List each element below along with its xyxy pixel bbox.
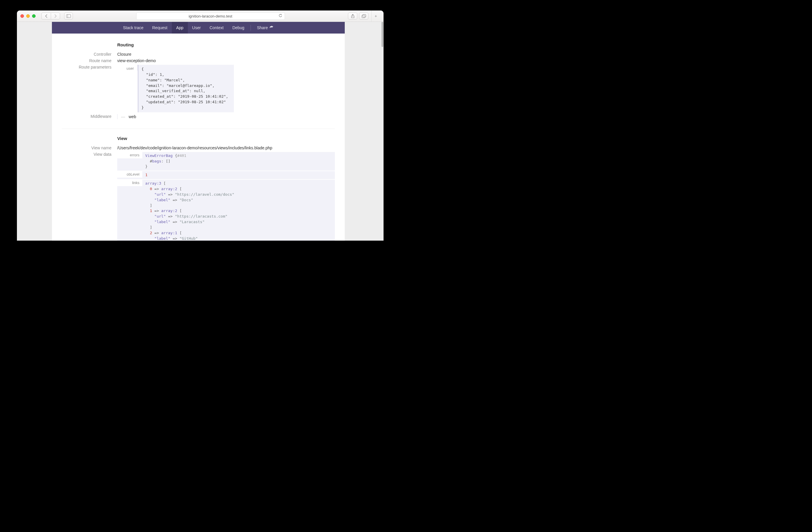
row-route-name: Route name view-exception-demo <box>62 58 335 63</box>
vd-value-links: array:3 [ 0 => array:2 [ "url" => "https… <box>142 180 335 241</box>
reload-icon[interactable] <box>278 14 282 18</box>
section-routing: Routing Controller Closure Route name vi… <box>62 42 335 127</box>
back-button[interactable] <box>41 13 51 19</box>
viewport: Stack trace Request App User Context Deb… <box>17 22 383 241</box>
label-view-name: View name <box>62 146 117 150</box>
vd-label-errors: errors <box>117 152 142 158</box>
value-route-name: view-exception-demo <box>117 58 335 63</box>
middleware-dash: — <box>118 114 129 119</box>
routing-title: Routing <box>117 42 335 47</box>
row-route-parameters: Route parameters user { "id": 1, "name":… <box>62 65 335 112</box>
tab-user[interactable]: User <box>188 22 205 33</box>
vd-value-errors: ViewErrorBag {#401 #bags: [] } <box>142 152 335 171</box>
forward-button[interactable] <box>51 13 60 19</box>
window-controls <box>20 14 35 18</box>
tab-app[interactable]: App <box>172 22 188 33</box>
share-icon <box>270 25 274 30</box>
viewdata-links: links array:3 [ 0 => array:2 [ "url" => … <box>117 180 335 241</box>
scrollbar-thumb[interactable] <box>381 22 383 47</box>
scrollbar[interactable] <box>381 22 383 241</box>
new-tab-button[interactable]: + <box>371 11 380 21</box>
viewdata-errors: errors ViewErrorBag {#401 #bags: [] } <box>117 152 335 171</box>
address-bar-text: ignition-laracon-demo.test <box>189 14 232 18</box>
nav-buttons <box>41 13 60 19</box>
tab-share[interactable]: Share <box>252 22 278 33</box>
viewdata-oblevel: obLevel 1 <box>117 171 335 179</box>
tabs-overview-button[interactable] <box>359 13 368 19</box>
share-toolbar-button[interactable] <box>348 13 357 19</box>
label-route-name: Route name <box>62 58 117 63</box>
titlebar: ignition-laracon-demo.test + <box>17 11 383 22</box>
content: Routing Controller Closure Route name vi… <box>52 33 345 241</box>
vd-value-oblevel: 1 <box>142 171 335 179</box>
address-bar[interactable]: ignition-laracon-demo.test <box>136 12 285 20</box>
row-controller: Controller Closure <box>62 52 335 57</box>
row-middleware: Middleware — web <box>62 114 335 119</box>
svg-rect-0 <box>67 15 71 18</box>
row-view-name: View name /Users/freek/dev/code/ignition… <box>62 146 335 150</box>
close-window-button[interactable] <box>20 14 24 18</box>
sublabel-user: user <box>117 65 138 71</box>
vd-label-links: links <box>117 180 142 186</box>
value-controller: Closure <box>117 52 335 57</box>
svg-rect-2 <box>362 15 365 18</box>
label-view-data: View data <box>62 152 117 157</box>
tab-divider <box>250 25 251 31</box>
tab-context[interactable]: Context <box>205 22 228 33</box>
label-controller: Controller <box>62 52 117 57</box>
section-view: View View name /Users/freek/dev/code/ign… <box>62 129 335 241</box>
minimize-window-button[interactable] <box>26 14 30 18</box>
tab-debug[interactable]: Debug <box>228 22 249 33</box>
value-view-name: /Users/freek/dev/code/ignition-laracon-d… <box>117 146 335 150</box>
maximize-window-button[interactable] <box>32 14 35 18</box>
label-route-parameters: Route parameters <box>62 65 117 69</box>
svg-rect-3 <box>363 14 366 17</box>
page: Stack trace Request App User Context Deb… <box>52 22 345 241</box>
browser-window: ignition-laracon-demo.test + Stack trace… <box>17 11 383 241</box>
share-label: Share <box>257 25 268 30</box>
main-tabs: Stack trace Request App User Context Deb… <box>52 22 345 33</box>
middleware-value: web <box>129 114 136 119</box>
label-middleware: Middleware <box>62 114 117 119</box>
toolbar-right: + <box>348 11 380 21</box>
view-title: View <box>117 136 335 141</box>
tab-request[interactable]: Request <box>148 22 172 33</box>
vd-label-oblevel: obLevel <box>117 171 142 178</box>
sidebar-toggle-button[interactable] <box>64 13 73 19</box>
row-view-data: View data errors ViewErrorBag {#401 #bag… <box>62 152 335 241</box>
route-params-json: { "id": 1, "name": "Marcel", "email": "m… <box>138 65 234 112</box>
tab-stack-trace[interactable]: Stack trace <box>119 22 148 33</box>
